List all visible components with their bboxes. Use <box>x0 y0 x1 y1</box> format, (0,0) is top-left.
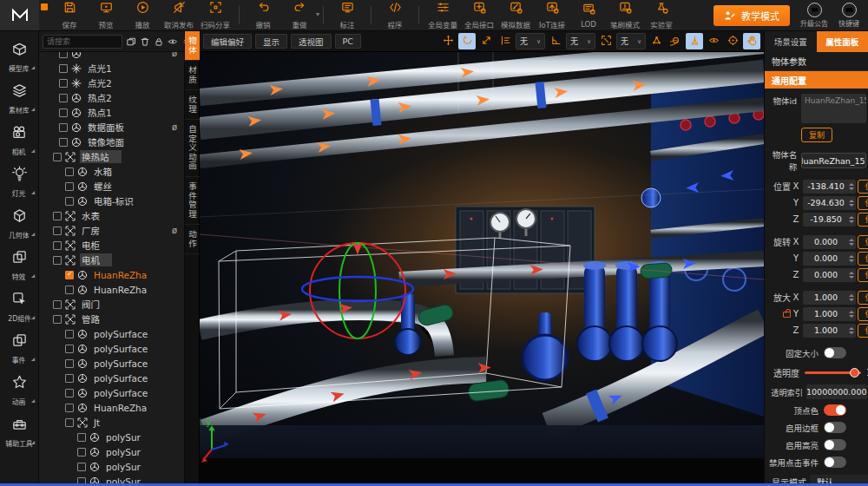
toolbar-button[interactable]: ▾ <box>239 6 240 24</box>
tree-checkbox[interactable] <box>65 167 74 176</box>
switch-toggle[interactable] <box>824 439 846 450</box>
tree-checkbox[interactable] <box>53 256 62 265</box>
explorer-tool-icon[interactable] <box>125 36 136 47</box>
explorer-tool-icon[interactable] <box>167 36 178 47</box>
hotkeys-button[interactable]: 快捷键 <box>838 3 859 28</box>
keep-button[interactable]: 保 <box>858 268 868 282</box>
number-input[interactable]: 1.000 <box>803 291 856 305</box>
tree-checkbox[interactable] <box>53 315 62 324</box>
viewport-tool-button[interactable] <box>458 33 476 49</box>
toolbar-button[interactable]: ▾ <box>323 6 324 24</box>
tree-checkbox[interactable] <box>53 227 62 235</box>
viewport-tool-button[interactable] <box>477 33 495 49</box>
tree-row[interactable]: polySur <box>39 444 184 459</box>
spinner-arrows-icon[interactable] <box>849 311 856 318</box>
toolbar-button[interactable]: 全局接口 ▾ <box>461 0 497 30</box>
tree-row[interactable]: polySurface <box>39 341 184 356</box>
rail-item[interactable]: 动画 <box>0 370 39 410</box>
number-input[interactable]: -138.410 <box>803 180 856 194</box>
spinner-arrows-icon[interactable] <box>849 183 856 190</box>
spinner-arrows-icon[interactable] <box>849 272 856 279</box>
tree-checkbox[interactable] <box>65 286 74 294</box>
rail-item[interactable]: 特效 <box>0 245 39 286</box>
explorer-tool-icon[interactable] <box>139 36 150 47</box>
right-panel-tab[interactable]: 属性面板 <box>817 31 868 52</box>
tree-row[interactable]: 数据面板 <box>39 120 184 135</box>
spinner-arrows-icon[interactable] <box>849 216 856 223</box>
tree-row[interactable]: 电箱-标识 <box>39 194 184 208</box>
chevron-down-icon[interactable]: ▾ <box>316 10 319 18</box>
rail-item[interactable]: 2D组件 <box>0 286 39 327</box>
rail-item[interactable]: 灯光 <box>0 161 39 202</box>
toolbar-button[interactable]: 播放 ▾ <box>124 0 161 30</box>
viewport-canvas[interactable]: y <box>200 52 764 486</box>
keep-button[interactable]: 保 <box>858 291 868 305</box>
tree-row[interactable]: 电机 <box>39 253 184 267</box>
viewport-tab[interactable]: 编辑偏好 <box>203 34 252 49</box>
tree-row[interactable]: 镜像地面 <box>39 135 184 149</box>
viewport-tool-button[interactable] <box>724 33 741 49</box>
viewport-tool-button[interactable]: 无 <box>566 33 595 49</box>
tree-checkbox[interactable] <box>65 345 74 353</box>
tree-row[interactable]: 换热站 <box>39 149 184 164</box>
viewport-tab[interactable]: PC <box>335 34 361 49</box>
opacity-slider[interactable] <box>805 371 861 374</box>
left-panel-tab[interactable]: 自定义动画 <box>185 120 200 177</box>
tree-checkbox[interactable] <box>53 153 62 161</box>
rail-item[interactable]: 相机 <box>0 120 39 161</box>
keep-button[interactable]: 保 <box>858 324 868 338</box>
tree-row[interactable]: 厂房 <box>39 223 184 238</box>
tree-checkbox[interactable] <box>65 359 74 368</box>
upgrade-announcement-button[interactable]: 升级公告 <box>800 3 828 28</box>
keep-button[interactable]: 保 <box>858 252 868 266</box>
left-panel-tab[interactable]: 材质 <box>185 61 200 90</box>
switch-toggle[interactable] <box>824 422 846 433</box>
tree-row[interactable] <box>39 52 184 61</box>
rail-item[interactable]: 素材库 <box>0 78 39 119</box>
tree-row[interactable]: polySurface <box>39 326 184 341</box>
tree-checkbox[interactable] <box>65 418 74 427</box>
right-panel-tab[interactable]: 场景设置 <box>765 31 817 52</box>
fixed-size-toggle[interactable] <box>824 347 846 358</box>
spinner-arrows-icon[interactable] <box>849 239 856 246</box>
tree-row[interactable]: 点光2 <box>39 76 184 90</box>
tree-checkbox[interactable] <box>65 330 74 338</box>
tree-checkbox[interactable] <box>65 182 74 191</box>
toolbar-button[interactable]: 重做 ▾ <box>281 0 318 30</box>
tree-row[interactable]: 水箱 <box>39 164 184 179</box>
tree-row[interactable]: 管路 <box>39 312 184 326</box>
number-input[interactable]: 0.000 <box>803 235 856 249</box>
copy-button[interactable]: 复制 <box>801 128 832 142</box>
tree-row[interactable]: 热点2 <box>39 90 184 105</box>
viewport-tool-button[interactable] <box>439 33 457 49</box>
toolbar-button[interactable]: 实验室 ▾ <box>643 0 680 30</box>
spinner-arrows-icon[interactable] <box>849 327 856 334</box>
section-general-config[interactable]: 通用配置 <box>765 71 868 89</box>
left-panel-tab[interactable]: 物体 <box>185 31 200 61</box>
tree-row[interactable]: 水表 <box>39 208 184 223</box>
visibility-off-icon[interactable] <box>172 122 184 132</box>
number-input[interactable]: 1.000 <box>803 307 856 321</box>
slider-knob[interactable] <box>850 368 859 378</box>
rail-item[interactable]: 几何体 <box>0 203 39 244</box>
tree-row[interactable]: polySur <box>39 430 184 444</box>
keep-button[interactable]: 保 <box>858 307 868 321</box>
tree-checkbox[interactable] <box>53 300 62 309</box>
tree-checkbox[interactable] <box>59 64 68 73</box>
tree-row[interactable]: HuanReZha <box>39 282 184 297</box>
tree-checkbox[interactable] <box>59 138 68 147</box>
viewport-tool-button[interactable]: 无 <box>516 33 545 49</box>
viewport-tool-button[interactable] <box>686 33 703 49</box>
number-input[interactable]: 0.000 <box>803 252 856 266</box>
switch-toggle[interactable] <box>824 456 846 468</box>
left-panel-tab[interactable]: 动作 <box>185 225 200 254</box>
rail-item[interactable]: 模型库 <box>0 36 39 77</box>
viewport-tool-button[interactable] <box>743 33 760 49</box>
number-input[interactable]: -19.850 <box>803 213 856 227</box>
keep-button[interactable]: 保 <box>858 213 868 227</box>
teach-mode-button[interactable]: 教学模式 <box>713 5 790 26</box>
tree-row[interactable]: 电柜 <box>39 238 184 253</box>
switch-toggle[interactable] <box>824 404 846 416</box>
spinner-arrows-icon[interactable] <box>849 294 856 301</box>
number-input[interactable]: 0.000 <box>803 268 856 282</box>
